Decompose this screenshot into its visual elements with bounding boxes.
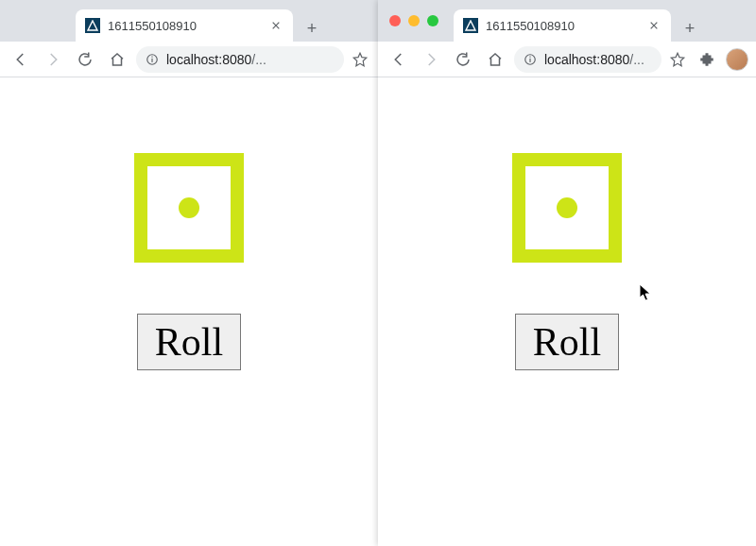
omnibox[interactable]: localhost:8080/...: [136, 46, 344, 73]
dice-face: [512, 153, 622, 263]
svg-rect-1: [151, 58, 152, 61]
favicon-adonis-icon: [85, 18, 100, 33]
reload-button[interactable]: [72, 46, 98, 73]
omnibox[interactable]: localhost:8080/...: [514, 46, 662, 73]
address-bar: localhost:8080/...: [378, 42, 756, 77]
tab-title: 1611550108910: [108, 19, 261, 33]
window-minimize-icon[interactable]: [408, 15, 420, 26]
dice-face: [134, 153, 244, 263]
svg-rect-5: [529, 56, 530, 57]
browser-tab[interactable]: 1611550108910: [454, 9, 671, 42]
back-button[interactable]: [386, 46, 412, 73]
new-tab-button[interactable]: +: [677, 15, 703, 42]
url-text: localhost:8080/...: [544, 52, 644, 67]
bookmark-star-icon[interactable]: [350, 51, 370, 68]
browser-window-right: 1611550108910 + localhost:8080/...: [378, 0, 756, 546]
roll-button[interactable]: Roll: [137, 314, 241, 370]
new-tab-button[interactable]: +: [299, 15, 325, 42]
browser-window-left: 1611550108910 + localhost:8080/...: [0, 0, 378, 546]
page-content: Roll: [0, 77, 378, 546]
site-info-icon[interactable]: [146, 53, 159, 66]
site-info-icon[interactable]: [524, 53, 537, 66]
browser-tab[interactable]: 1611550108910: [76, 9, 293, 42]
tab-close-icon[interactable]: [268, 18, 284, 33]
forward-button[interactable]: [40, 46, 66, 73]
home-button[interactable]: [482, 46, 508, 73]
svg-rect-4: [529, 58, 530, 61]
favicon-adonis-icon: [463, 18, 478, 33]
svg-rect-2: [151, 56, 152, 57]
window-zoom-icon[interactable]: [427, 15, 438, 26]
home-button[interactable]: [104, 46, 130, 73]
tab-strip: 1611550108910 +: [378, 0, 756, 42]
page-content: Roll: [378, 77, 756, 546]
tab-strip: 1611550108910 +: [0, 0, 378, 42]
dice-pip: [179, 197, 199, 218]
bookmark-star-icon[interactable]: [667, 51, 688, 68]
mouse-cursor-icon: [639, 283, 652, 302]
address-bar: localhost:8080/...: [0, 42, 378, 77]
tab-close-icon[interactable]: [646, 18, 662, 33]
window-traffic-lights: [389, 15, 438, 26]
back-button[interactable]: [8, 46, 34, 73]
reload-button[interactable]: [450, 46, 476, 73]
url-text: localhost:8080/...: [166, 52, 266, 67]
tab-title: 1611550108910: [486, 19, 639, 33]
window-close-icon[interactable]: [389, 15, 401, 26]
dice-pip: [557, 197, 577, 218]
forward-button[interactable]: [418, 46, 444, 73]
extensions-icon[interactable]: [694, 46, 720, 73]
profile-avatar[interactable]: [726, 48, 748, 71]
roll-button[interactable]: Roll: [515, 314, 619, 370]
